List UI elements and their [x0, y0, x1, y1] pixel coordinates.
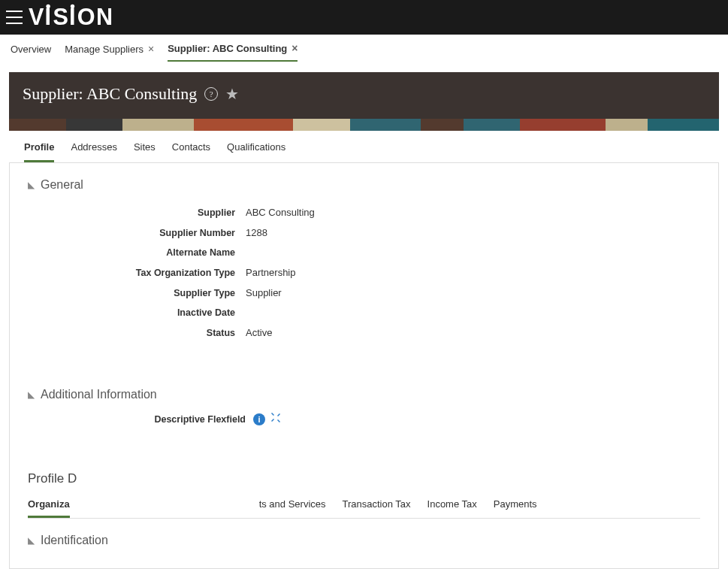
tab-supplier-abc[interactable]: Supplier: ABC Consulting ×	[168, 42, 298, 62]
section-title: Additional Information	[41, 388, 157, 401]
close-icon[interactable]: ×	[292, 42, 298, 54]
field-label: Inactive Date	[28, 307, 246, 318]
section-general-header[interactable]: ◣ General	[28, 178, 700, 192]
supplier-subtabs: Profile Addresses Sites Contacts Qualifi…	[9, 131, 719, 163]
page-title: Supplier: ABC Consulting ? ★	[23, 84, 705, 104]
detail-tab-transaction-tax[interactable]: Transaction Tax	[343, 498, 411, 518]
field-label: Supplier Type	[28, 288, 246, 298]
subtab-sites[interactable]: Sites	[134, 141, 156, 162]
workspace-tabs: Overview Manage Suppliers × Supplier: AB…	[0, 35, 728, 62]
field-tax-org-type: Tax Organization Type Partnership	[28, 262, 700, 283]
general-fields: Supplier ABC Consulting Supplier Number …	[28, 202, 700, 343]
svg-text:S: S	[53, 3, 68, 29]
field-label: Alternate Name	[28, 247, 246, 258]
field-value: Active	[246, 327, 272, 338]
detail-tab-payments[interactable]: Payments	[494, 498, 537, 518]
field-label: Status	[28, 328, 246, 338]
menu-icon[interactable]	[6, 11, 23, 24]
svg-text:N: N	[96, 3, 113, 29]
section-title: Identification	[41, 534, 108, 547]
subtab-addresses[interactable]: Addresses	[71, 141, 116, 162]
subtab-contacts[interactable]: Contacts	[172, 141, 210, 162]
tools-icon[interactable]	[270, 412, 282, 426]
detail-tab-income-tax[interactable]: Income Tax	[427, 498, 477, 518]
disclose-icon: ◣	[28, 389, 35, 400]
tab-label: Supplier: ABC Consulting	[168, 43, 287, 54]
field-inactive-date: Inactive Date	[28, 303, 700, 322]
detail-tab-products-services[interactable]: ts and Services	[259, 498, 326, 518]
field-label: Supplier Number	[28, 228, 246, 238]
brand-logo[interactable]: V I S I O N	[29, 3, 137, 32]
field-label: Supplier	[28, 207, 246, 218]
help-icon[interactable]: ?	[204, 87, 218, 101]
disclose-icon: ◣	[28, 535, 35, 546]
field-value: 1288	[246, 227, 267, 238]
field-alternate-name: Alternate Name	[28, 243, 700, 262]
section-title: General	[41, 178, 83, 192]
section-additional-info: ◣ Additional Information Descriptive Fle…	[28, 388, 700, 426]
tab-manage-suppliers[interactable]: Manage Suppliers ×	[65, 43, 154, 61]
field-value: ABC Consulting	[246, 207, 315, 218]
field-supplier-type: Supplier Type Supplier	[28, 283, 700, 303]
profile-details-tabs: Organiza ts and Services Transaction Tax…	[28, 498, 700, 519]
field-value: Supplier	[246, 287, 282, 298]
close-icon[interactable]: ×	[148, 43, 154, 55]
topbar: V I S I O N	[0, 0, 728, 35]
field-status: Status Active	[28, 322, 700, 343]
descriptive-flexfield-row: Descriptive Flexfield i	[28, 412, 700, 426]
page-title-text: Supplier: ABC Consulting	[23, 84, 197, 104]
section-additional-header[interactable]: ◣ Additional Information	[28, 388, 700, 401]
decorative-strip	[9, 119, 719, 131]
detail-tab-organization[interactable]: Organiza	[28, 498, 70, 518]
disclose-icon: ◣	[28, 180, 35, 190]
info-icon[interactable]: i	[253, 413, 265, 425]
section-identification-header[interactable]: ◣ Identification	[28, 534, 700, 547]
tab-overview[interactable]: Overview	[11, 44, 51, 61]
flexfield-label: Descriptive Flexfield	[28, 414, 253, 425]
field-supplier: Supplier ABC Consulting	[28, 202, 700, 222]
field-value: Partnership	[246, 267, 295, 278]
svg-text:V: V	[29, 3, 44, 29]
svg-point-5	[71, 4, 74, 8]
page-wrap: Supplier: ABC Consulting ? ★ Profile Add…	[0, 72, 728, 569]
subtab-qualifications[interactable]: Qualifications	[227, 141, 285, 162]
tab-label: Manage Suppliers	[65, 44, 143, 55]
favorite-star-icon[interactable]: ★	[225, 85, 239, 103]
field-supplier-number: Supplier Number 1288	[28, 222, 700, 243]
svg-text:O: O	[77, 3, 96, 29]
page-title-band: Supplier: ABC Consulting ? ★	[9, 72, 719, 119]
subtab-profile[interactable]: Profile	[24, 141, 54, 162]
svg-point-2	[46, 4, 50, 8]
tab-label: Overview	[11, 44, 51, 55]
profile-details-heading: Profile D	[28, 471, 700, 486]
field-label: Tax Organization Type	[28, 268, 246, 278]
content-area: ◣ General Supplier ABC Consulting Suppli…	[9, 163, 719, 569]
